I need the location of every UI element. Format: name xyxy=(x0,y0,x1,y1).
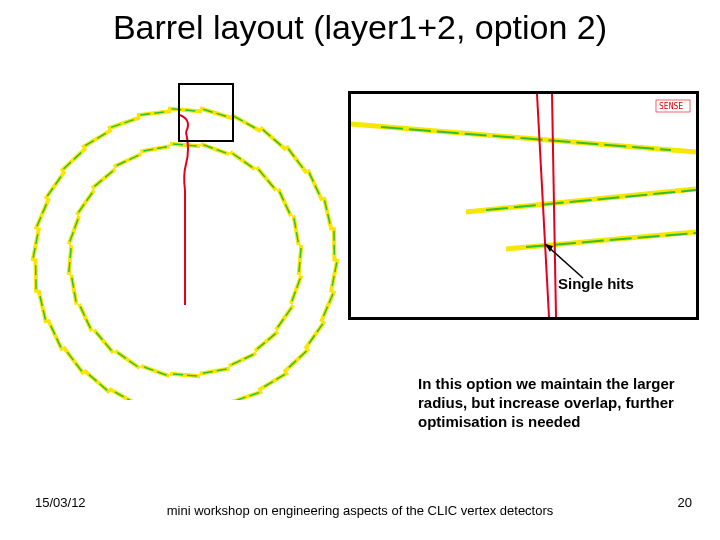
stave-mid xyxy=(466,189,696,212)
stave-dash xyxy=(80,307,90,329)
single-hits-label: Single hits xyxy=(558,275,634,292)
zoom-box xyxy=(178,83,234,142)
inset-zoom: SENSE xyxy=(348,91,699,320)
body-text: In this option we maintain the larger ra… xyxy=(418,375,678,431)
page-title: Barrel layout (layer1+2, option 2) xyxy=(0,8,720,47)
svg-line-3 xyxy=(486,190,696,210)
stave-bot xyxy=(506,232,696,249)
footer-center: mini workshop on engineering aspects of … xyxy=(0,503,720,518)
sense-badge-label: SENSE xyxy=(659,102,683,111)
stave-segment xyxy=(109,389,139,400)
footer-page: 20 xyxy=(678,495,692,510)
stave-top xyxy=(351,124,696,152)
